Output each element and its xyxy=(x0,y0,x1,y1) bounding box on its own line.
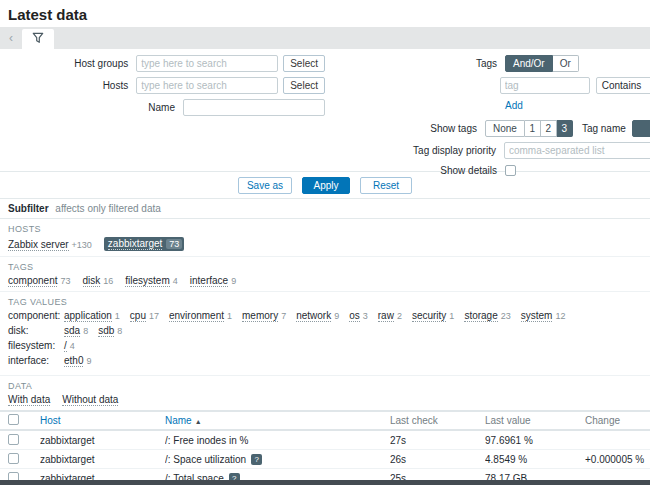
collapse-filter-chevron-icon[interactable]: ‹ xyxy=(4,27,18,49)
item-name-link[interactable]: /: Free inodes in % xyxy=(165,435,248,446)
subfilter-tag-value-link[interactable]: os xyxy=(349,310,360,322)
subfilter-tag-value-link[interactable]: raw xyxy=(378,310,394,322)
subfilter-subtitle: affects only filtered data xyxy=(55,203,160,214)
host-cell: zabbixtarget xyxy=(40,435,165,446)
subfilter-tag-link[interactable]: component xyxy=(8,275,57,287)
subfilter-data-option-link[interactable]: With data xyxy=(8,394,50,406)
subfilter-tag-value-link[interactable]: security xyxy=(412,310,446,322)
host-link[interactable]: zabbixtarget xyxy=(40,435,94,446)
tag-name-input[interactable] xyxy=(500,77,590,94)
tab-filter[interactable] xyxy=(22,29,54,49)
subfilter-host-chip-count: 73 xyxy=(166,239,182,249)
subfilter-tag-value-link[interactable]: network xyxy=(296,310,331,322)
table-row: zabbixtarget/: Space utilization?26s4.85… xyxy=(0,450,650,469)
subfilter-tag-value-count: 8 xyxy=(117,326,122,336)
tag-value-group-name: disk: xyxy=(8,325,64,336)
subfilter-data-option: Without data xyxy=(62,394,118,405)
save-as-button[interactable]: Save as xyxy=(238,177,292,194)
subfilter-tag-value: network9 xyxy=(296,310,339,321)
subfilter-tag-value-link[interactable]: environment xyxy=(169,310,224,322)
filter-funnel-icon xyxy=(32,30,44,48)
last-value-cell[interactable]: 97.6961 % xyxy=(485,435,585,446)
show-tags-3[interactable]: 3 xyxy=(557,120,573,137)
subfilter-tags-header: TAGS xyxy=(8,262,642,272)
subfilter-data-option-link[interactable]: Without data xyxy=(62,394,118,406)
subfilter-tag: component73 xyxy=(8,275,71,286)
subfilter-tag-value-link[interactable]: eth0 xyxy=(64,355,83,367)
subfilter-tag-value-link[interactable]: / xyxy=(64,340,67,352)
tag-value-group: disk:sda8sdb8 xyxy=(8,325,642,336)
subfilter-data-header: DATA xyxy=(8,381,642,391)
tags-operator-andor[interactable]: And/Or xyxy=(505,55,553,72)
subfilter-tag-value-link[interactable]: memory xyxy=(242,310,278,322)
hosts-input[interactable] xyxy=(136,77,278,94)
filter-form: Host groups Select Hosts Select Name Tag… xyxy=(0,49,650,198)
show-tags-1[interactable]: 1 xyxy=(525,120,541,137)
subfilter-tag-link[interactable]: disk xyxy=(83,275,101,287)
column-header-name[interactable]: Name xyxy=(165,415,192,426)
subfilter-host-link[interactable]: Zabbix server xyxy=(8,239,69,251)
subfilter-tag-value-count: 1 xyxy=(115,311,120,321)
last-check-cell: 27s xyxy=(390,435,485,446)
subfilter-tag-link[interactable]: filesystem xyxy=(125,275,169,287)
subfilter-tag-value-count: 23 xyxy=(501,311,511,321)
hosts-select-button[interactable]: Select xyxy=(283,77,325,94)
name-input[interactable] xyxy=(183,99,325,116)
item-name-cell: /: Free inodes in % xyxy=(165,435,390,446)
tag-name-mode-segmented[interactable] xyxy=(632,120,650,137)
page-title: Latest data xyxy=(0,0,650,27)
subfilter-tag-value-link[interactable]: sdb xyxy=(98,325,114,337)
show-details-checkbox[interactable] xyxy=(505,165,516,176)
latest-data-table: Host Name▲ Last check Last value Change … xyxy=(0,412,650,485)
show-tags-none[interactable]: None xyxy=(485,120,525,137)
last-value-cell[interactable]: 4.8549 % xyxy=(485,454,585,465)
tag-value-group-name: component: xyxy=(8,310,64,321)
select-all-checkbox[interactable] xyxy=(8,414,19,425)
subfilter-host-selected-chip[interactable]: zabbixtarget73 xyxy=(104,237,185,251)
column-header-host[interactable]: Host xyxy=(40,415,165,426)
tag-display-priority-input[interactable] xyxy=(504,142,650,159)
column-header-last-check: Last check xyxy=(390,415,485,426)
subfilter-host: Zabbix server+130 xyxy=(8,239,92,250)
subfilter-tag: interface9 xyxy=(190,275,236,286)
host-link[interactable]: zabbixtarget xyxy=(40,454,94,465)
tag-value-group-name: interface: xyxy=(8,355,64,366)
add-tag-link[interactable]: Add xyxy=(505,100,523,111)
bottom-bar xyxy=(0,480,650,485)
subfilter-tag: disk16 xyxy=(83,275,114,286)
tag-match-select[interactable]: Contains xyxy=(596,77,650,94)
show-tags-segmented: None 1 2 3 xyxy=(485,120,573,137)
table-row: zabbixtarget/: Free inodes in %27s97.696… xyxy=(0,431,650,450)
row-checkbox[interactable] xyxy=(8,434,19,445)
subfilter-tag-values-header: TAG VALUES xyxy=(8,297,642,307)
subfilter-tag-value: sdb8 xyxy=(98,325,122,336)
subfilter-tag-value-link[interactable]: system xyxy=(521,310,553,322)
subfilter-hosts-row: Zabbix server+130zabbixtarget73 xyxy=(8,237,642,251)
subfilter-hosts-section: HOSTS Zabbix server+130zabbixtarget73 xyxy=(0,219,650,257)
subfilter-tag-value: sda8 xyxy=(64,325,88,336)
show-tags-2[interactable]: 2 xyxy=(541,120,557,137)
host-groups-input[interactable] xyxy=(136,55,278,72)
subfilter-tag-value: eth09 xyxy=(64,355,91,366)
subfilter-tag-value-link[interactable]: application xyxy=(64,310,112,322)
tags-operator-or[interactable]: Or xyxy=(553,55,579,72)
subfilter-tag-value-link[interactable]: sda xyxy=(64,325,80,337)
row-checkbox-cell xyxy=(8,453,40,466)
filter-tab-bar: ‹ xyxy=(0,27,650,49)
column-header-change: Change xyxy=(585,415,650,426)
subfilter-tag-value-link[interactable]: storage xyxy=(464,310,497,322)
subfilter-tag-count: 73 xyxy=(60,276,70,286)
subfilter-tag-value-count: 9 xyxy=(334,311,339,321)
table-header-row: Host Name▲ Last check Last value Change xyxy=(0,412,650,431)
subfilter-tag-value: /4 xyxy=(64,340,75,351)
subfilter-tag-value: os3 xyxy=(349,310,368,321)
subfilter-tags-section: TAGS component73disk16filesystem4interfa… xyxy=(0,257,650,292)
tag-value-group-values: eth09 xyxy=(64,355,91,366)
subfilter-tag-value-link[interactable]: cpu xyxy=(130,310,146,322)
host-groups-label: Host groups xyxy=(0,58,136,69)
item-name-link[interactable]: /: Space utilization xyxy=(165,454,246,465)
host-groups-select-button[interactable]: Select xyxy=(283,55,325,72)
row-checkbox[interactable] xyxy=(8,453,19,464)
description-hint-icon[interactable]: ? xyxy=(251,454,262,465)
subfilter-tag-link[interactable]: interface xyxy=(190,275,228,287)
